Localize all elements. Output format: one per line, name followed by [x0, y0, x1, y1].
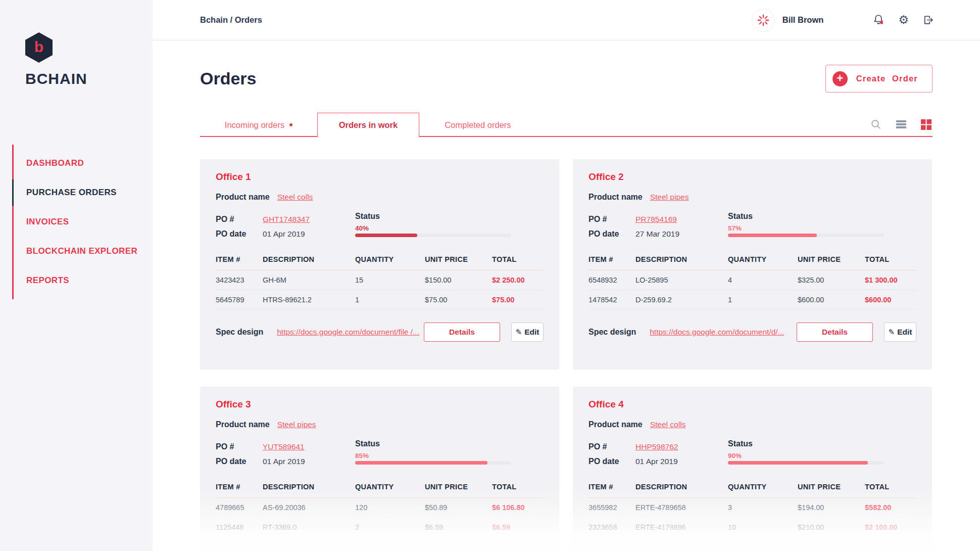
edit-button[interactable]: ✎ Edit	[884, 323, 916, 342]
topbar-right: Bill Brown ⚙	[752, 9, 935, 32]
tab-incoming-orders[interactable]: Incoming orders	[200, 113, 317, 137]
status-block: Status 90%	[728, 439, 916, 469]
product-name-label: Product name	[589, 420, 643, 429]
tabs-underline	[200, 136, 933, 137]
tab-completed-orders[interactable]: Completed orders	[419, 113, 536, 137]
status-label: Status	[728, 212, 753, 220]
progress-percent: 40%	[355, 224, 544, 232]
brand-logo[interactable]: b BCHAIN	[25, 32, 87, 87]
grid-view-icon[interactable]	[921, 119, 932, 130]
progress-percent: 90%	[728, 452, 916, 460]
status-label: Status	[355, 212, 380, 220]
po-number-label: PO #	[589, 215, 635, 224]
details-button[interactable]: Details	[424, 323, 500, 342]
po-number-link[interactable]: YUT589641	[263, 442, 305, 451]
sidebar-item-blockchain-explorer[interactable]: BLOCKCHAIN EXPLORER	[14, 237, 141, 266]
sidebar-item-reports[interactable]: REPORTS	[14, 266, 141, 295]
office-title: Office 3	[216, 399, 544, 410]
po-number-link[interactable]: HHP598762	[635, 442, 678, 451]
list-view-icon[interactable]	[896, 120, 907, 129]
edit-button[interactable]: ✎ Edit	[511, 323, 544, 342]
spec-row: Spec design https://docs.google.com/docu…	[589, 323, 916, 342]
item-row: 3423423GH-6M15$150.00$2 250.00	[216, 270, 544, 290]
po-date-value: 01 Apr 2019	[263, 457, 305, 466]
po-number-link[interactable]: GHT1748347	[263, 215, 310, 224]
column-header: UNIT PRICE	[425, 483, 492, 491]
po-info: PO # GHT1748347 PO date 01 Apr 2019	[216, 212, 355, 241]
settings-gear-icon[interactable]: ⚙	[898, 14, 909, 26]
item-total: $1 300.00	[865, 276, 916, 284]
order-card: Office 4 Product name Steel colls PO # H…	[573, 387, 932, 551]
po-info: PO # HHP598762 PO date 01 Apr 2019	[589, 439, 728, 469]
progress-fill	[355, 234, 417, 237]
po-info: PO # PR7854169 PO date 27 Mar 2019	[589, 212, 728, 241]
item-quantity: 1	[728, 296, 798, 304]
item-unit-price: $6.59	[425, 523, 492, 531]
column-header: UNIT PRICE	[425, 255, 492, 263]
orders-grid: Office 1 Product name Steel colls PO # G…	[200, 159, 933, 551]
column-header: TOTAL	[492, 255, 544, 263]
view-toolbar	[870, 119, 932, 130]
item-number: 1478542	[589, 296, 635, 304]
sidebar-item-invoices[interactable]: INVOICES	[14, 207, 141, 237]
item-number: 5645789	[216, 296, 263, 304]
sidebar-item-purchase-orders[interactable]: PURCHASE ORDERS	[14, 178, 141, 207]
column-header: QUANTITY	[728, 255, 798, 263]
column-header: UNIT PRICE	[798, 483, 865, 491]
item-number: 3423423	[216, 276, 263, 284]
create-order-button[interactable]: + Create Order	[825, 65, 933, 93]
column-header: TOTAL	[492, 483, 544, 491]
product-link[interactable]: Steel pipes	[277, 420, 316, 429]
breadcrumb[interactable]: Bchain / Orders	[200, 15, 262, 25]
brand-letter: b	[34, 38, 43, 56]
sidebar-item-dashboard[interactable]: DASHBOARD	[14, 149, 141, 178]
spec-row: Spec design https://docs.google.com/docu…	[216, 323, 544, 342]
table-body: 3655982ERTE-47896583$194.00$582.00232365…	[589, 498, 916, 537]
item-unit-price: $75.00	[425, 296, 492, 304]
product-link[interactable]: Steel pipes	[650, 193, 689, 202]
logout-icon[interactable]	[922, 14, 935, 26]
items-table: ITEM #DESCRIPTIONQUANTITYUNIT PRICETOTAL…	[589, 483, 916, 537]
item-total: $582.00	[865, 503, 916, 512]
progress-percent: 57%	[728, 224, 916, 232]
spec-link[interactable]: https://docs.google.com/document/d/...	[650, 328, 784, 337]
column-header: QUANTITY	[728, 483, 798, 491]
product-link[interactable]: Steel colls	[650, 420, 686, 429]
po-date-label: PO date	[216, 457, 263, 466]
table-header-row: ITEM #DESCRIPTIONQUANTITYUNIT PRICETOTAL	[589, 483, 916, 498]
spec-link[interactable]: https://docs.google.com/document/file /.…	[277, 328, 419, 337]
item-unit-price: $210.00	[798, 523, 865, 531]
item-unit-price: $50.89	[425, 503, 492, 512]
column-header: DESCRIPTION	[635, 483, 728, 491]
order-card: Office 3 Product name Steel pipes PO # Y…	[200, 387, 559, 551]
table-body: 4789665AS-69.20036120$50.89$6 106.801125…	[216, 498, 544, 537]
tabs-bar: Incoming ordersOrders in workCompleted o…	[200, 113, 933, 137]
item-description: LO-25895	[635, 276, 728, 284]
progress-fill	[355, 461, 487, 465]
item-number: 2323658	[589, 523, 635, 531]
search-icon[interactable]	[870, 119, 881, 130]
status-label: Status	[355, 439, 380, 448]
progress-fill	[728, 234, 817, 237]
table-header-row: ITEM #DESCRIPTIONQUANTITYUNIT PRICETOTAL	[216, 255, 544, 270]
item-total: $6.59	[492, 523, 544, 531]
item-row: 4789665AS-69.20036120$50.89$6 106.80	[216, 498, 544, 518]
status-block: Status 57%	[728, 212, 916, 241]
details-button[interactable]: Details	[797, 323, 873, 342]
plus-icon: +	[832, 71, 848, 86]
item-unit-price: $194.00	[798, 503, 865, 512]
tab-orders-in-work[interactable]: Orders in work	[317, 113, 419, 137]
column-header: ITEM #	[589, 483, 635, 491]
po-date-label: PO date	[589, 457, 635, 466]
item-description: GH-6M	[263, 276, 355, 284]
avatar[interactable]	[752, 9, 775, 32]
pencil-icon: ✎	[889, 328, 895, 337]
notifications-bell-icon[interactable]	[872, 14, 885, 27]
product-link[interactable]: Steel colls	[277, 193, 313, 202]
create-order-label: Create Order	[856, 74, 918, 83]
item-description: RT-3369.0	[263, 523, 355, 531]
new-orders-dot	[289, 123, 292, 126]
po-number-label: PO #	[589, 442, 635, 451]
column-header: DESCRIPTION	[635, 255, 728, 263]
po-number-link[interactable]: PR7854169	[635, 215, 677, 224]
